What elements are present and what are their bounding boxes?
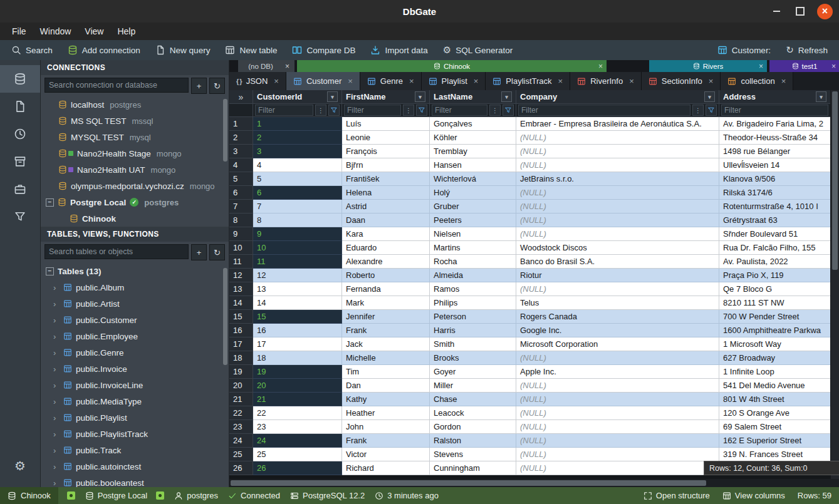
cell-company[interactable]: (NULL)	[516, 406, 719, 420]
collapse-toggle-icon[interactable]	[46, 198, 54, 207]
row-number[interactable]: 20	[229, 379, 253, 393]
tab-customer[interactable]: Customer×	[286, 72, 360, 90]
row-number[interactable]: 6	[229, 186, 253, 200]
cell-company[interactable]: (NULL)	[516, 434, 719, 448]
cell-firstname[interactable]: Jennifer	[342, 310, 430, 324]
table-item-public-invoiceline[interactable]: public.InvoiceLine	[41, 377, 229, 393]
cell-company[interactable]: Woodstock Discos	[516, 241, 719, 255]
cell-address[interactable]: Av. Paulista, 2022	[719, 255, 831, 269]
cell-customerid[interactable]: 15	[253, 310, 342, 324]
cell-lastname[interactable]: Smith	[430, 337, 516, 351]
connection-item-nano2health-stage[interactable]: Nano2Health Stagemongo	[41, 145, 229, 162]
cell-company[interactable]: (NULL)	[516, 393, 719, 406]
column-header-company[interactable]: Company	[516, 90, 719, 104]
cell-company[interactable]: (NULL)	[516, 448, 719, 461]
cell-firstname[interactable]: Astrid	[342, 200, 430, 213]
column-header-firstname[interactable]: FirstName	[342, 90, 430, 104]
tab-json[interactable]: JSON×	[229, 72, 286, 90]
cell-firstname[interactable]: Frank	[342, 434, 430, 448]
row-number[interactable]: 25	[229, 448, 253, 461]
tab-playlisttrack[interactable]: PlaylistTrack×	[486, 72, 570, 90]
cell-lastname[interactable]: Nielsen	[430, 227, 516, 241]
filter-funnel-button[interactable]	[503, 105, 514, 116]
cell-address[interactable]: 1600 Amphitheatre Parkwa	[719, 324, 831, 337]
view-columns-button[interactable]: View columns	[722, 491, 785, 500]
cell-company[interactable]: Riotur	[516, 269, 719, 282]
close-icon[interactable]: ×	[274, 76, 279, 86]
sql-generator-button[interactable]: SQL Generator	[435, 40, 521, 60]
column-header-lastname[interactable]: LastName	[430, 90, 516, 104]
cell-customerid[interactable]: 18	[253, 351, 342, 365]
cell-customerid[interactable]: 17	[253, 337, 342, 351]
filter-menu-button[interactable]	[489, 105, 501, 116]
close-icon[interactable]: ×	[409, 76, 414, 86]
cell-customerid[interactable]: 22	[253, 406, 342, 420]
new-table-button[interactable]: New table	[217, 40, 284, 60]
close-icon[interactable]: ×	[558, 76, 563, 86]
rail-filter-button[interactable]	[0, 203, 40, 230]
cell-firstname[interactable]: Alexandre	[342, 255, 430, 269]
cell-address[interactable]: Praça Pio X, 119	[719, 269, 831, 282]
cell-firstname[interactable]: Helena	[342, 186, 430, 200]
menu-window[interactable]: Window	[33, 24, 78, 38]
cell-lastname[interactable]: Miller	[430, 379, 516, 393]
maximize-button[interactable]	[793, 4, 807, 18]
filter-menu-button[interactable]	[692, 105, 704, 116]
cell-company[interactable]: Apple Inc.	[516, 365, 719, 379]
cell-customerid[interactable]: 7	[253, 200, 342, 213]
cell-address[interactable]: Theodor-Heuss-Straße 34	[719, 131, 831, 145]
cell-firstname[interactable]: Heather	[342, 406, 430, 420]
column-menu-button[interactable]	[501, 91, 512, 102]
cell-customerid[interactable]: 5	[253, 172, 342, 186]
cell-firstname[interactable]: Bjřrn	[342, 158, 430, 172]
cell-customerid[interactable]: 3	[253, 145, 342, 158]
cell-address[interactable]: Rotenturmstraße 4, 1010 I	[719, 200, 831, 213]
tables-header[interactable]: TABLES, VIEWS, FUNCTIONS	[41, 227, 229, 242]
cell-customerid[interactable]: 12	[253, 269, 342, 282]
column-menu-button[interactable]	[816, 91, 826, 102]
cell-company[interactable]: Banco do Brasil S.A.	[516, 255, 719, 269]
add-connection-small-button[interactable]	[191, 78, 207, 94]
cell-lastname[interactable]: Philips	[430, 296, 516, 310]
refresh-tables-button[interactable]	[209, 244, 225, 260]
cell-address[interactable]: 8210 111 ST NW	[719, 296, 831, 310]
table-item-public-customer[interactable]: public.Customer	[41, 312, 229, 328]
tab-sectioninfo[interactable]: SectionInfo×	[642, 72, 721, 90]
cell-customerid[interactable]: 2	[253, 131, 342, 145]
add-connection-button[interactable]: Add connection	[60, 40, 148, 60]
cell-lastname[interactable]: Hansen	[430, 158, 516, 172]
cell-address[interactable]: 162 E Superior Street	[719, 434, 831, 448]
column-menu-button[interactable]	[415, 91, 425, 102]
cell-address[interactable]: 1 Microsoft Way	[719, 337, 831, 351]
cell-firstname[interactable]: François	[342, 145, 430, 158]
filter-funnel-button[interactable]	[706, 105, 717, 116]
cell-company[interactable]: (NULL)	[516, 461, 719, 475]
connections-header[interactable]: CONNECTIONS	[41, 60, 229, 75]
row-number[interactable]: 21	[229, 393, 253, 406]
table-item-public-track[interactable]: public.Track	[41, 442, 229, 458]
cell-company[interactable]: Google Inc.	[516, 324, 719, 337]
cell-lastname[interactable]: Harris	[430, 324, 516, 337]
cell-customerid[interactable]: 23	[253, 420, 342, 434]
cell-address[interactable]: Sřnder Boulevard 51	[719, 227, 831, 241]
cell-firstname[interactable]: Michelle	[342, 351, 430, 365]
cell-firstname[interactable]: Kathy	[342, 393, 430, 406]
cell-lastname[interactable]: Ralston	[430, 434, 516, 448]
collapse-toggle-icon[interactable]	[46, 267, 54, 275]
cell-customerid[interactable]: 21	[253, 393, 342, 406]
filter-input-address[interactable]	[721, 105, 828, 116]
close-icon[interactable]: ×	[831, 62, 836, 71]
row-number[interactable]: 17	[229, 337, 253, 351]
cell-firstname[interactable]: Luís	[342, 117, 430, 131]
row-number[interactable]: 15	[229, 310, 253, 324]
cell-lastname[interactable]: Stevens	[430, 448, 516, 461]
cell-lastname[interactable]: Leacock	[430, 406, 516, 420]
cell-address[interactable]: Rilská 3174/6	[719, 186, 831, 200]
column-header-address[interactable]: Address	[719, 90, 831, 104]
grid-horizontal-scrollbar[interactable]	[229, 479, 839, 487]
row-number[interactable]: 16	[229, 324, 253, 337]
cell-lastname[interactable]: Peeters	[430, 213, 516, 227]
minimize-button[interactable]	[769, 4, 783, 18]
rail-archive-button[interactable]	[0, 148, 40, 175]
connection-item-chinook[interactable]: Chinook	[41, 210, 229, 227]
